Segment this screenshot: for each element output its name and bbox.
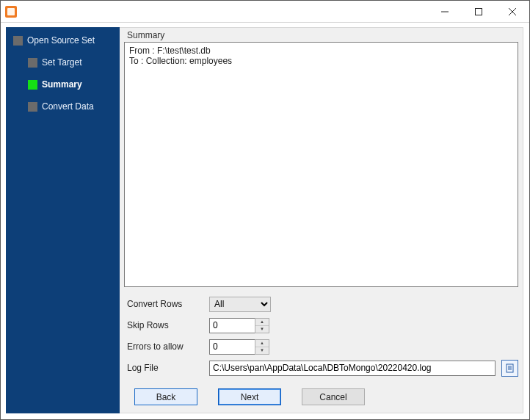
maximize-button[interactable] [462, 1, 495, 22]
step-box-icon [13, 36, 23, 46]
step-summary[interactable]: Summary [6, 76, 120, 93]
next-button[interactable]: Next [218, 388, 281, 405]
skip-rows-input[interactable] [209, 318, 255, 333]
summary-text-area[interactable]: From : F:\test\test.db To : Collection: … [124, 42, 518, 287]
log-file-label: Log File [124, 363, 209, 373]
minimize-icon [441, 8, 449, 15]
step-label: Convert Data [42, 101, 94, 112]
log-file-input[interactable] [209, 361, 495, 376]
spin-up-icon[interactable]: ▲ [255, 319, 269, 326]
main-panel: Summary From : F:\test\test.db To : Coll… [120, 27, 523, 413]
step-box-icon [28, 58, 37, 68]
spin-down-icon[interactable]: ▼ [255, 326, 269, 333]
step-label: Summary [42, 79, 82, 90]
step-label: Set Target [42, 57, 81, 68]
close-icon [509, 8, 516, 15]
options-form: Convert Rows All Skip Rows ▲ ▼ [124, 287, 518, 380]
svg-rect-1 [476, 8, 482, 15]
errors-allow-input[interactable] [209, 339, 255, 355]
app-icon [5, 6, 17, 18]
step-convert-data[interactable]: Convert Data [6, 98, 120, 115]
browse-log-button[interactable] [501, 360, 518, 377]
titlebar [1, 1, 529, 23]
close-button[interactable] [495, 1, 529, 22]
app-window: Open Source Set Set Target Summary Conve… [0, 0, 530, 420]
skip-rows-spinner[interactable]: ▲ ▼ [209, 318, 271, 333]
wizard-buttons: Back Next Cancel [124, 380, 518, 408]
spin-up-icon[interactable]: ▲ [255, 340, 269, 347]
maximize-icon [475, 8, 482, 15]
spin-down-icon[interactable]: ▼ [255, 347, 269, 354]
step-open-source-set[interactable]: Open Source Set [6, 32, 120, 49]
errors-allow-spinner[interactable]: ▲ ▼ [209, 339, 271, 355]
back-button[interactable]: Back [134, 388, 197, 405]
cancel-button[interactable]: Cancel [302, 388, 365, 405]
step-box-icon [28, 80, 37, 90]
step-label: Open Source Set [27, 35, 95, 46]
errors-allow-label: Errors to allow [124, 341, 209, 352]
wizard-steps-sidebar: Open Source Set Set Target Summary Conve… [6, 27, 120, 413]
file-icon [505, 363, 515, 373]
convert-rows-label: Convert Rows [124, 299, 209, 309]
convert-rows-select[interactable]: All [209, 297, 271, 312]
summary-heading: Summary [124, 28, 518, 42]
skip-rows-label: Skip Rows [124, 320, 209, 330]
step-set-target[interactable]: Set Target [6, 54, 120, 71]
minimize-button[interactable] [428, 1, 462, 22]
step-box-icon [28, 102, 37, 112]
